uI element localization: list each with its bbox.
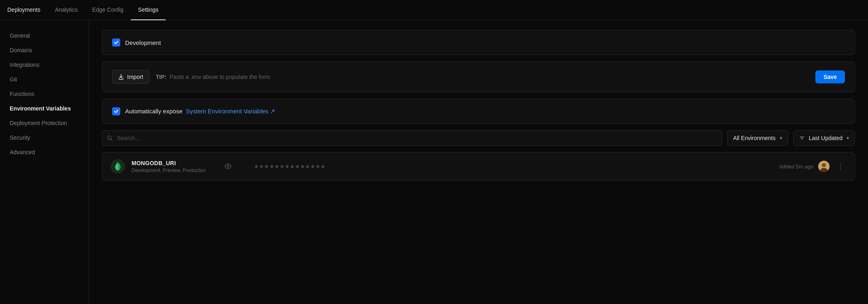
search-wrapper xyxy=(102,130,722,146)
auto-expose-checkbox[interactable] xyxy=(112,107,120,115)
import-button[interactable]: Import xyxy=(112,70,149,84)
nav-item-edge-config[interactable]: Edge Config xyxy=(85,0,131,20)
import-panel: Import TIP: Paste a .env above to popula… xyxy=(102,62,855,92)
import-row: Import TIP: Paste a .env above to popula… xyxy=(112,70,845,84)
svg-point-4 xyxy=(822,163,826,167)
development-panel: Development xyxy=(102,30,855,55)
development-checkbox-row: Development xyxy=(112,38,845,47)
sidebar-item-security[interactable]: Security xyxy=(0,130,89,145)
last-updated-dropdown[interactable]: Last Updated ▾ xyxy=(793,130,855,146)
last-updated-label: Last Updated xyxy=(809,135,842,141)
import-icon xyxy=(118,74,124,80)
chevron-down-icon-2: ▾ xyxy=(847,135,849,141)
user-avatar-image xyxy=(818,161,830,172)
sidebar-item-domains[interactable]: Domains xyxy=(0,43,89,57)
sidebar-item-environment-variables[interactable]: Environment Variables xyxy=(0,101,89,116)
sidebar-item-git[interactable]: Git xyxy=(0,72,89,87)
sidebar-item-advanced[interactable]: Advanced xyxy=(0,145,89,159)
more-options-button[interactable]: ⋮ xyxy=(834,160,847,172)
all-environments-label: All Environments xyxy=(733,135,776,141)
var-info: MONGODB_URI Development, Preview, Produc… xyxy=(132,160,206,173)
auto-expose-text: Automatically expose xyxy=(125,108,183,115)
sidebar-item-general[interactable]: General xyxy=(0,28,89,43)
chevron-down-icon: ▾ xyxy=(780,135,782,141)
mongodb-icon xyxy=(114,162,121,171)
search-icon xyxy=(107,135,113,141)
all-environments-dropdown[interactable]: All Environments ▾ xyxy=(727,130,788,146)
eye-icon[interactable] xyxy=(224,164,232,169)
sort-icon xyxy=(799,135,805,141)
main-layout: General Domains Integrations Git Functio… xyxy=(0,20,868,304)
search-input[interactable] xyxy=(102,130,722,146)
development-checkbox[interactable] xyxy=(112,38,120,47)
avatar xyxy=(818,161,830,172)
var-dots: ●●●●●●●●●●●●●● xyxy=(254,163,772,170)
development-label: Development xyxy=(125,39,161,46)
main-content: Development Import TIP: Paste a .env abo… xyxy=(89,20,868,304)
nav-item-deployments[interactable]: Deployments xyxy=(0,0,48,20)
nav-item-settings[interactable]: Settings xyxy=(131,0,166,20)
import-label: Import xyxy=(127,74,143,80)
system-env-link[interactable]: System Environment Variables ↗ xyxy=(184,108,275,115)
system-env-link-text: System Environment Variables xyxy=(186,108,268,115)
filter-row: All Environments ▾ Last Updated ▾ xyxy=(102,130,855,146)
sidebar-item-deployment-protection[interactable]: Deployment Protection xyxy=(0,116,89,130)
top-nav: Deployments Analytics Edge Config Settin… xyxy=(0,0,868,20)
nav-item-analytics[interactable]: Analytics xyxy=(48,0,85,20)
var-icon xyxy=(111,159,125,174)
var-added-time: Added 5m ago xyxy=(779,164,813,170)
save-button[interactable]: Save xyxy=(815,70,845,83)
tip-message: Paste a .env above to populate the form xyxy=(170,74,270,80)
var-envs: Development, Preview, Production xyxy=(132,168,206,173)
variable-row: MONGODB_URI Development, Preview, Produc… xyxy=(102,152,855,181)
tip-bold: TIP: xyxy=(156,74,166,80)
auto-expose-label: Automatically expose System Environment … xyxy=(125,108,275,115)
sidebar-item-integrations[interactable]: Integrations xyxy=(0,57,89,72)
sidebar: General Domains Integrations Git Functio… xyxy=(0,20,89,304)
tip-text: TIP: Paste a .env above to populate the … xyxy=(156,74,270,80)
var-meta: Added 5m ago ⋮ xyxy=(779,160,847,172)
sidebar-item-functions[interactable]: Functions xyxy=(0,87,89,101)
auto-expose-panel: Automatically expose System Environment … xyxy=(102,99,855,124)
auto-expose-checkbox-row: Automatically expose System Environment … xyxy=(112,107,845,115)
var-name: MONGODB_URI xyxy=(132,160,206,166)
svg-point-2 xyxy=(227,166,229,168)
